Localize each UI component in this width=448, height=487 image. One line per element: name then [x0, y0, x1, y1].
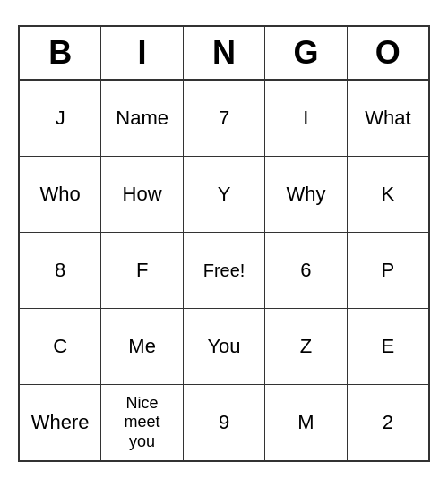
bingo-cell-2-4: P [348, 233, 428, 308]
bingo-row-3: CMeYouZE [20, 309, 428, 385]
bingo-cell-3-4: E [348, 309, 428, 384]
bingo-cell-3-1: Me [101, 309, 183, 384]
bingo-cell-4-4: 2 [348, 385, 428, 460]
header-letter-b: B [20, 27, 101, 79]
bingo-cell-2-3: 6 [265, 233, 347, 308]
bingo-cell-4-3: M [265, 385, 347, 460]
bingo-cell-3-2: You [184, 309, 265, 384]
bingo-cell-1-2: Y [184, 157, 265, 232]
header-letter-n: N [184, 27, 265, 79]
bingo-cell-0-2: 7 [184, 81, 265, 156]
bingo-cell-1-3: Why [265, 157, 347, 232]
bingo-cell-4-1: Nice meet you [101, 385, 183, 460]
bingo-cell-0-4: What [348, 81, 428, 156]
header-letter-i: I [101, 27, 183, 79]
bingo-cell-4-0: Where [20, 385, 101, 460]
bingo-cell-0-3: I [265, 81, 347, 156]
header-letter-g: G [265, 27, 347, 79]
bingo-row-4: WhereNice meet you9M2 [20, 385, 428, 460]
header-letter-o: O [348, 27, 428, 79]
bingo-cell-3-3: Z [265, 309, 347, 384]
bingo-cell-1-0: Who [20, 157, 101, 232]
bingo-cell-1-1: How [101, 157, 183, 232]
bingo-card: BINGO JName7IWhatWhoHowYWhyK8FFree!6PCMe… [18, 25, 430, 462]
bingo-row-1: WhoHowYWhyK [20, 157, 428, 233]
bingo-row-0: JName7IWhat [20, 81, 428, 157]
bingo-cell-2-0: 8 [20, 233, 101, 308]
bingo-cell-0-1: Name [101, 81, 183, 156]
bingo-header: BINGO [20, 27, 428, 81]
bingo-cell-1-4: K [348, 157, 428, 232]
bingo-row-2: 8FFree!6P [20, 233, 428, 309]
bingo-grid: JName7IWhatWhoHowYWhyK8FFree!6PCMeYouZEW… [20, 81, 428, 460]
bingo-cell-0-0: J [20, 81, 101, 156]
bingo-cell-3-0: C [20, 309, 101, 384]
bingo-cell-2-2: Free! [184, 233, 265, 308]
bingo-cell-4-2: 9 [184, 385, 265, 460]
bingo-cell-2-1: F [101, 233, 183, 308]
